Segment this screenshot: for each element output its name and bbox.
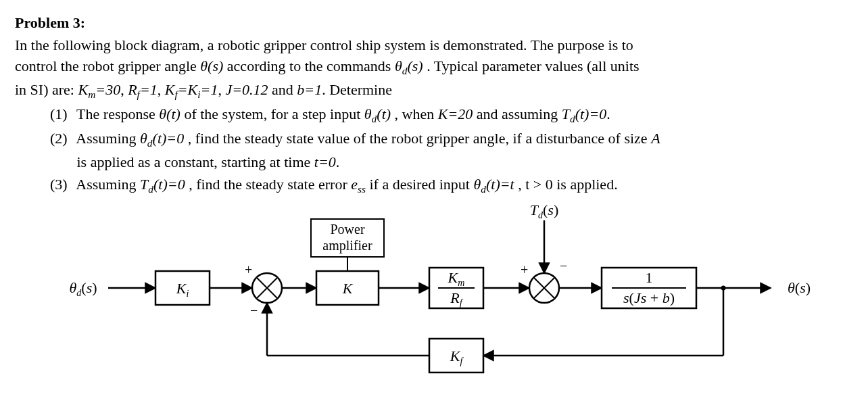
text: , find the steady state error <box>189 176 351 193</box>
text: The response <box>76 105 159 122</box>
text: In the following block diagram, a roboti… <box>15 37 633 53</box>
text: according to the commands <box>227 57 395 74</box>
symbol-K20: K=20K=20 <box>438 105 473 122</box>
text: . <box>336 153 340 170</box>
output-label: θ(s) <box>788 279 811 296</box>
text: , find the steady state value of the rob… <box>188 130 651 147</box>
question-number: (3) <box>50 174 73 195</box>
text: of the system, for a step input <box>184 105 364 122</box>
symbol-A: A <box>651 130 660 147</box>
block-diagram: θd(s) θ_d(s) Ki K_i + − K Power am <box>61 200 804 389</box>
sum2-plus: + <box>521 262 528 277</box>
param-b: b=1b=1 <box>297 81 322 98</box>
text: control the robot gripper angle <box>15 57 200 74</box>
page: Problem 3: In the following block diagra… <box>0 0 868 411</box>
problem-statement: In the following block diagram, a roboti… <box>15 34 853 102</box>
question-1: (1) The response θ(t)θ(t) of the system,… <box>50 103 853 126</box>
question-list: (1) The response θ(t)θ(t) of the system,… <box>15 103 853 197</box>
question-2: (2) Assuming θ_d(t)=0θd(t)=0 , find the … <box>50 128 853 172</box>
text: , when <box>395 105 438 122</box>
disturbance-label: Td(s) <box>530 201 558 220</box>
block-K-label: K <box>342 280 354 297</box>
param-KfKi: K_f=K_i=1Kf=Ki=1 <box>165 81 218 98</box>
text: is applied as a constant, starting at ti… <box>77 153 314 170</box>
text: , t > 0 is applied. <box>518 176 617 193</box>
symbol-theta-d-s: θ_d(s)θd(s) <box>395 57 423 74</box>
question-number: (1) <box>50 103 73 124</box>
question-number: (2) <box>50 128 73 149</box>
symbol-theta-t: θ(t)θ(t) <box>159 105 180 122</box>
symbol-theta-d0: θ_d(t)=0θd(t)=0 <box>140 130 184 147</box>
text: Assuming <box>76 130 140 147</box>
question-3: (3) Assuming T_d(t)=0Td(t)=0 , find the … <box>50 174 853 197</box>
sum1-plus: + <box>245 262 252 277</box>
text: and assuming <box>477 105 562 122</box>
param-Km: K_m=30Km=30 <box>78 81 120 98</box>
symbol-theta-d-t: θ_d(t)θd(t) <box>364 105 391 122</box>
plant-den: s(Js + b) <box>623 289 675 306</box>
amp-label-bot: amplifier <box>322 238 372 253</box>
input-label: θd(s) <box>69 279 97 298</box>
text: Assuming <box>76 176 140 193</box>
amp-label-top: Power <box>330 222 364 237</box>
text: . <box>606 105 610 122</box>
plant-num: 1 <box>646 269 653 286</box>
param-J: J=0.12J=0.12 <box>225 81 268 98</box>
symbol-ess: e_ssess <box>351 176 366 193</box>
symbol-t0: t=0t=0 <box>314 153 336 170</box>
text: . Typical parameter values (all units <box>427 57 640 74</box>
symbol-theta-s: θ(s)θ(s) <box>200 57 223 74</box>
problem-title: Problem 3: <box>15 12 853 33</box>
text: in SI) are: <box>15 81 78 98</box>
symbol-Td0: T_d(t)=0Td(t)=0 <box>562 105 607 122</box>
symbol-Td0: T_d(t)=0Td(t)=0 <box>140 176 185 193</box>
text: . Determine <box>322 81 392 98</box>
text: if a desired input <box>369 176 473 193</box>
param-Rf: R_f=1Rf=1 <box>128 81 158 98</box>
sum2-minus: − <box>560 258 567 273</box>
sum1-minus: − <box>250 303 258 318</box>
symbol-theta-d-eq-t: θ_d(t)=tθd(t)=t <box>473 176 514 193</box>
